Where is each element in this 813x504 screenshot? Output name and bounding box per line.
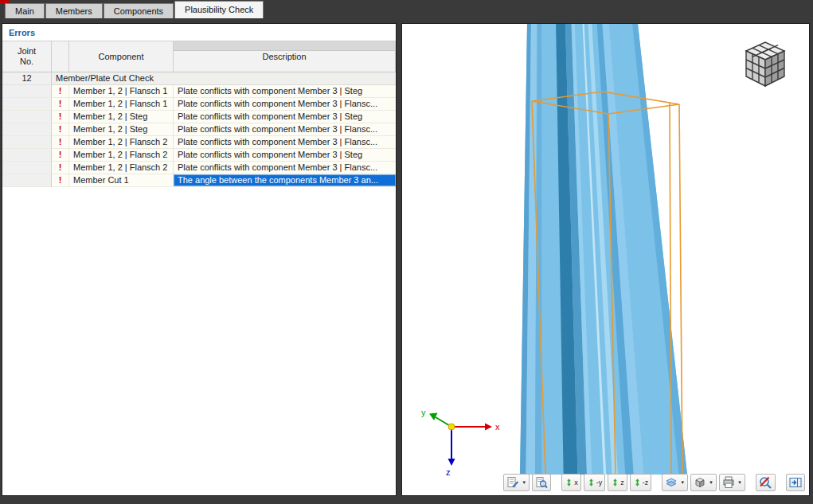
joint-no-cell: 12 [2,72,52,85]
app-window: { "window": { "accent_color": "#c00000" … [0,0,813,504]
description-cell: Plate conflicts with component Member 3 … [174,136,396,149]
errors-table-header: Joint No. Component Description [2,41,396,72]
dropdown-arrow-icon: ▼ [709,480,713,485]
table-row[interactable]: ! Member 1, 2 | Flansch 2 Plate conflict… [2,162,396,174]
column-header-icon[interactable] [52,41,69,72]
view-cube-icon [694,476,706,489]
standard-views-button[interactable]: ▼ [690,474,717,491]
component-cell: Member 1, 2 | Flansch 1 [69,85,174,98]
component-cell: Member 1, 2 | Flansch 2 [69,136,174,149]
tab-main[interactable]: Main [5,3,45,18]
column-header-joint-no[interactable]: Joint No. [2,41,52,72]
view-direction-arrow-icon [611,476,620,489]
table-row[interactable]: ! Member 1, 2 | Steg Plate conflicts wit… [2,111,396,123]
joint-no-cell [2,149,52,162]
table-group-row[interactable]: 12 Member/Plate Cut Check [2,72,396,85]
layers-icon [665,476,678,489]
errors-table: Joint No. Component Description 12 Membe… [2,41,396,187]
cancel-zoom-icon [759,476,772,489]
view-direction-arrow-icon [587,476,596,489]
joint-no-cell [2,162,52,174]
description-column-strip [174,41,395,51]
navigation-cube[interactable] [737,38,794,91]
error-icon: ! [52,85,69,98]
error-icon: ! [52,111,69,123]
x-axis-label: x [495,422,500,432]
errors-panel: Errors Joint No. Component Description 1… [2,24,396,495]
view-direction-arrow-icon [633,476,642,489]
display-properties-icon [506,476,519,489]
column-header-description[interactable]: Description [174,41,396,72]
view-axis-label: -y [596,479,603,486]
view-annotations-button[interactable] [532,474,551,491]
joint-no-cell [2,111,52,123]
error-icon: ! [52,123,69,136]
panel-toggle-icon [789,476,802,489]
description-cell: Plate conflicts with component Member 3 … [174,123,396,136]
description-cell: Plate conflicts with component Member 3 … [174,98,396,111]
viewport-toolbar: ▼ x -y z [503,474,805,491]
view-direction-arrow-icon [565,476,573,489]
view-along-minus-y-button[interactable]: -y [584,474,606,491]
component-cell: Member Cut 1 [69,174,174,187]
view-axis-label: -z [643,479,649,486]
annotations-magnifier-icon [535,476,548,489]
print-button[interactable]: ▼ [719,474,745,491]
error-icon: ! [52,149,69,162]
joint-no-cell [2,85,52,98]
dropdown-arrow-icon: ▼ [737,480,742,485]
axis-triad: x y z [402,397,506,492]
error-icon: ! [52,136,69,149]
z-axis-arrow [448,459,455,466]
description-cell: Plate conflicts with component Member 3 … [174,85,396,98]
description-cell-selected: The angle between the components Member … [174,174,396,187]
column-header-description-label: Description [262,52,306,61]
axis-origin [448,424,455,430]
y-axis-label: y [421,408,426,417]
y-axis-arrow [429,413,438,421]
view-along-x-button[interactable]: x [561,474,581,491]
error-icon: ! [52,162,69,174]
table-row[interactable]: ! Member 1, 2 | Steg Plate conflicts wit… [2,123,396,136]
errors-panel-title: Errors [2,24,396,41]
joint-no-cell [2,174,52,187]
joint-no-cell [2,136,52,149]
table-row[interactable]: ! Member 1, 2 | Flansch 2 Plate conflict… [2,149,396,162]
component-cell: Member 1, 2 | Steg [69,111,174,123]
view-along-z-button[interactable]: z [608,474,627,491]
component-cell: Member 1, 2 | Flansch 2 [69,162,174,174]
component-cell: Member 1, 2 | Flansch 1 [69,98,174,111]
joint-no-cell [2,98,52,111]
layers-button[interactable]: ▼ [662,474,688,491]
description-cell: Plate conflicts with component Member 3 … [174,162,396,174]
view-axis-label: z [620,479,624,486]
tab-components[interactable]: Components [104,3,174,18]
x-axis-arrow [485,424,492,431]
table-row[interactable]: ! Member 1, 2 | Flansch 2 Plate conflict… [2,136,396,149]
table-row[interactable]: ! Member 1, 2 | Flansch 1 Plate conflict… [2,85,396,98]
component-cell: Member 1, 2 | Flansch 2 [69,149,174,162]
joint-no-cell [2,123,52,136]
table-row[interactable]: ! Member 1, 2 | Flansch 1 Plate conflict… [2,98,396,111]
display-properties-button[interactable]: ▼ [503,474,530,491]
description-cell: Plate conflicts with component Member 3 … [174,149,396,162]
group-row-label: Member/Plate Cut Check [52,72,396,85]
error-icon: ! [52,174,69,187]
component-cell: Member 1, 2 | Steg [69,123,174,136]
tab-members[interactable]: Members [45,3,103,18]
viewport-panel: x y z ▼ [402,24,809,495]
tab-plausibility-check[interactable]: Plausibility Check [174,1,264,18]
column-header-component[interactable]: Component [69,41,174,72]
view-along-minus-z-button[interactable]: -z [630,474,652,491]
table-row-selected[interactable]: ! Member Cut 1 The angle between the com… [2,174,396,187]
panel-toggle-button[interactable] [786,474,805,491]
dropdown-arrow-icon: ▼ [522,480,526,485]
printer-icon [722,476,735,489]
column-header-component-label: Component [99,52,144,61]
z-axis-label: z [446,467,451,477]
cancel-zoom-button[interactable] [756,474,776,491]
error-icon: ! [52,98,69,111]
tab-bar: Main Members Components Plausibility Che… [5,0,264,18]
description-cell: Plate conflicts with component Member 3 … [174,111,396,123]
view-axis-label: x [574,479,578,486]
